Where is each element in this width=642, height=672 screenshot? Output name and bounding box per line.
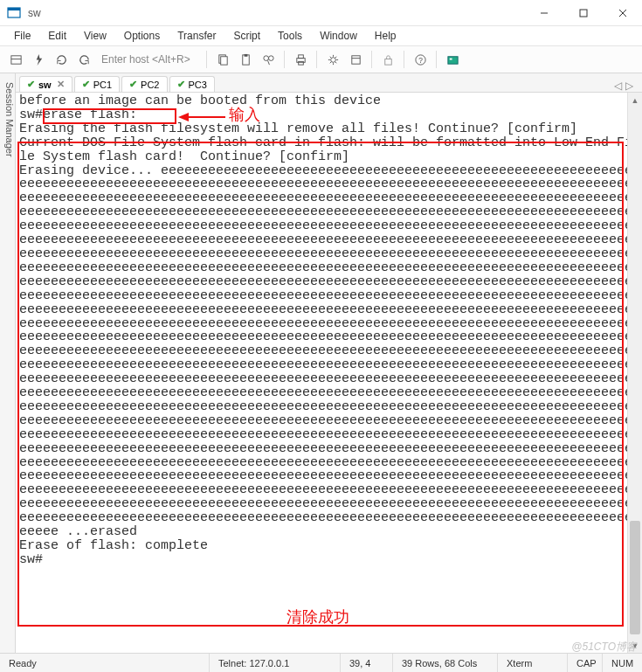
svg-rect-1 bbox=[8, 8, 20, 10]
status-size: 39 Rows, 68 Cols bbox=[393, 654, 498, 672]
status-num: NUM bbox=[603, 654, 642, 672]
terminal[interactable]: before an image can be booted from this … bbox=[16, 93, 642, 653]
svg-line-14 bbox=[267, 60, 269, 65]
quick-connect-icon[interactable] bbox=[28, 49, 49, 70]
status-ready: Ready bbox=[0, 654, 210, 672]
paste-icon[interactable] bbox=[235, 49, 256, 70]
content-area: ✔ sw ✕ ✔ PC1 ✔ PC2 ✔ PC3 ◁ ▷ before bbox=[16, 73, 642, 653]
terminal-line: sw# bbox=[19, 553, 639, 567]
tab-pc2[interactable]: ✔ PC2 bbox=[121, 76, 167, 92]
toolbar-separator bbox=[284, 51, 285, 68]
host-entry[interactable]: Enter host <Alt+R> bbox=[96, 53, 201, 66]
session-mgr-icon[interactable] bbox=[5, 49, 26, 70]
tab-pc1[interactable]: ✔ PC1 bbox=[74, 76, 120, 92]
copy-icon[interactable] bbox=[212, 49, 233, 70]
status-cursor: 39, 4 bbox=[341, 654, 393, 672]
reconnect-icon[interactable] bbox=[51, 49, 72, 70]
svg-point-12 bbox=[263, 55, 268, 60]
title-bar: sw bbox=[0, 0, 642, 26]
tab-label: sw bbox=[38, 80, 52, 90]
toolbar-separator bbox=[404, 51, 404, 68]
check-icon: ✔ bbox=[82, 79, 90, 90]
scroll-thumb[interactable] bbox=[630, 521, 640, 634]
tab-label: PC3 bbox=[189, 80, 207, 90]
minimize-button[interactable] bbox=[524, 0, 563, 25]
menu-tools[interactable]: Tools bbox=[271, 28, 309, 44]
secure-fx-icon[interactable] bbox=[442, 49, 463, 70]
help-icon[interactable]: ? bbox=[410, 49, 431, 70]
svg-rect-6 bbox=[10, 55, 20, 63]
tab-pc3[interactable]: ✔ PC3 bbox=[169, 76, 215, 92]
tab-sw[interactable]: ✔ sw ✕ bbox=[19, 76, 72, 92]
watermark: @51CTO博客 bbox=[571, 640, 637, 655]
status-connection: Telnet: 127.0.0.1 bbox=[210, 654, 341, 672]
svg-rect-9 bbox=[220, 56, 227, 64]
tab-next-icon[interactable]: ▷ bbox=[625, 80, 633, 92]
menu-file[interactable]: File bbox=[7, 28, 38, 44]
toolbar: Enter host <Alt+R> ? bbox=[0, 45, 642, 73]
menu-help[interactable]: Help bbox=[368, 28, 404, 44]
status-term: Xterm bbox=[498, 654, 568, 672]
terminal-line: Erasing device... eeeeeeeeeeeeeeeeeeeeee… bbox=[19, 164, 639, 539]
terminal-wrapper: before an image can be booted from this … bbox=[16, 93, 642, 653]
menu-bar: File Edit View Options Transfer Script T… bbox=[0, 26, 642, 45]
svg-rect-16 bbox=[298, 54, 303, 58]
terminal-line: sw#erase flash: bbox=[19, 108, 639, 122]
tab-label: PC2 bbox=[141, 80, 159, 90]
close-icon[interactable]: ✕ bbox=[57, 79, 65, 90]
tab-nav: ◁ ▷ bbox=[614, 80, 639, 92]
toolbar-separator bbox=[371, 51, 372, 68]
svg-point-18 bbox=[330, 57, 335, 62]
session-manager-sidebar[interactable]: Session Manager bbox=[0, 73, 16, 653]
terminal-line: Current DOS File System flash card in fl… bbox=[19, 136, 639, 164]
check-icon: ✔ bbox=[27, 79, 35, 90]
lock-icon[interactable] bbox=[377, 49, 398, 70]
svg-rect-24 bbox=[447, 56, 457, 63]
svg-text:?: ? bbox=[418, 56, 423, 65]
new-session-icon[interactable] bbox=[345, 49, 366, 70]
window-title: sw bbox=[28, 7, 524, 19]
menu-transfer[interactable]: Transfer bbox=[170, 28, 223, 44]
toolbar-separator bbox=[206, 51, 207, 68]
settings-icon[interactable] bbox=[322, 49, 343, 70]
vertical-scrollbar[interactable]: ▲ ▼ bbox=[627, 93, 642, 653]
svg-rect-25 bbox=[449, 58, 452, 59]
maximize-button[interactable] bbox=[563, 0, 603, 25]
svg-point-13 bbox=[268, 55, 273, 60]
toolbar-separator bbox=[436, 51, 437, 68]
status-bar: Ready Telnet: 127.0.0.1 39, 4 39 Rows, 6… bbox=[0, 653, 642, 672]
find-icon[interactable] bbox=[258, 49, 279, 70]
menu-window[interactable]: Window bbox=[313, 28, 364, 44]
app-icon bbox=[7, 6, 21, 20]
svg-rect-11 bbox=[244, 53, 247, 56]
disconnect-icon[interactable] bbox=[73, 49, 94, 70]
menu-script[interactable]: Script bbox=[226, 28, 267, 44]
scroll-up-icon[interactable]: ▲ bbox=[628, 93, 642, 107]
tab-label: PC1 bbox=[93, 80, 112, 90]
status-caps: CAP bbox=[568, 654, 603, 672]
window-buttons bbox=[524, 0, 642, 25]
print-icon[interactable] bbox=[290, 49, 311, 70]
check-icon: ✔ bbox=[129, 79, 137, 90]
check-icon: ✔ bbox=[177, 79, 185, 90]
tab-prev-icon[interactable]: ◁ bbox=[614, 80, 622, 92]
svg-rect-3 bbox=[580, 10, 587, 17]
tab-bar: ✔ sw ✕ ✔ PC1 ✔ PC2 ✔ PC3 ◁ ▷ bbox=[16, 73, 642, 93]
menu-view[interactable]: View bbox=[77, 28, 114, 44]
main-area: Session Manager ✔ sw ✕ ✔ PC1 ✔ PC2 ✔ PC3… bbox=[0, 73, 642, 653]
menu-edit[interactable]: Edit bbox=[41, 28, 73, 44]
close-button[interactable] bbox=[603, 0, 642, 25]
terminal-line: Erase of flash: complete bbox=[19, 539, 639, 553]
toolbar-separator bbox=[316, 51, 317, 68]
terminal-line: Erasing the flash filesystem will remove… bbox=[19, 122, 639, 136]
terminal-line: before an image can be booted from this … bbox=[19, 94, 639, 108]
svg-rect-21 bbox=[384, 59, 391, 65]
svg-rect-19 bbox=[351, 55, 359, 63]
menu-options[interactable]: Options bbox=[117, 28, 167, 44]
